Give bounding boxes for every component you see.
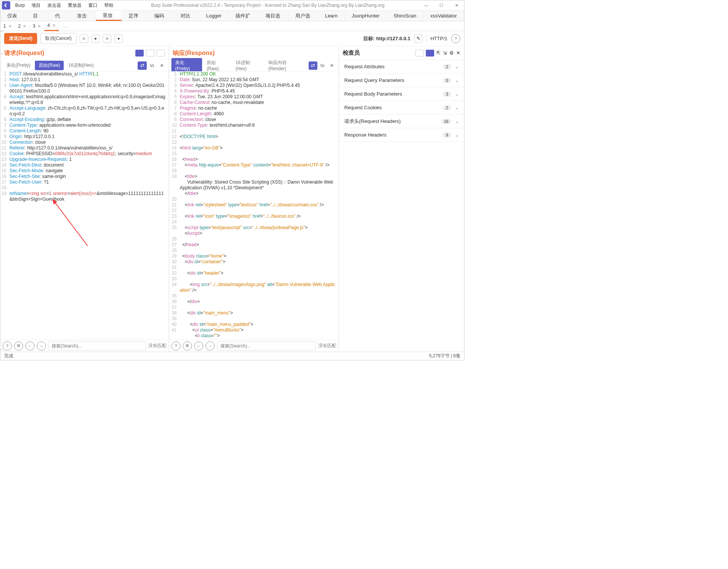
chevron-down-icon: ⌄	[455, 91, 459, 97]
maintab-定序器[interactable]: 定序器	[122, 11, 147, 21]
layout-columns-icon[interactable]	[135, 50, 144, 57]
inspector-section[interactable]: Response Headers9⌄	[339, 128, 464, 142]
menu-help[interactable]: 帮助	[101, 0, 117, 11]
maintab-xssValidator[interactable]: xssValidator	[424, 11, 464, 21]
repeater-tab-2[interactable]: 2✕	[15, 21, 30, 31]
layout-a-icon[interactable]	[415, 50, 424, 57]
close-tab-icon[interactable]: ✕	[38, 21, 41, 31]
repeater-tabs: 1✕2✕3✕4✕…	[0, 21, 464, 31]
prev-menu[interactable]: ▾	[91, 35, 100, 43]
close-tab-icon[interactable]: ✕	[23, 21, 26, 31]
settings-icon[interactable]: ⚙	[449, 50, 454, 56]
maintab-Learn[interactable]: Learn	[318, 11, 345, 21]
request-editor[interactable]: 1POST /dvwa/vulnerabilities/xss_s/ HTTP/…	[0, 71, 169, 340]
maintab-项目选项[interactable]: 项目选项	[259, 11, 289, 21]
minimize-icon[interactable]: —	[419, 0, 434, 11]
status-right: 5,279字节 | 6毫	[429, 353, 461, 359]
settings-icon[interactable]: ⚙	[183, 341, 192, 351]
viewtab[interactable]: 美化(Pretty)	[171, 58, 202, 73]
viewtab[interactable]: 原始(Raw)	[203, 58, 231, 73]
close-tab-icon[interactable]: ✕	[8, 21, 12, 31]
maintab-插件扩展[interactable]: 插件扩展	[229, 11, 259, 21]
repeater-tab-1[interactable]: 1✕	[0, 21, 15, 31]
maximize-icon[interactable]: ☐	[434, 0, 449, 11]
inspector-section[interactable]: Request Cookies2⌄	[339, 101, 464, 115]
send-button[interactable]: 发送(Send)	[4, 33, 37, 44]
collapse-icon[interactable]: ⇲	[443, 50, 447, 56]
tool-icon[interactable]: ≡	[157, 61, 166, 70]
back-icon[interactable]: ←	[25, 341, 35, 351]
response-search-input[interactable]	[217, 341, 316, 351]
titlebar: Burp 项目 攻击器 重放器 窗口 帮助 Burp Suite Profess…	[0, 0, 464, 11]
chevron-down-icon: ⌄	[455, 105, 459, 110]
maintab-代理[interactable]: 代理	[48, 11, 70, 21]
maintab-JsonpHunter[interactable]: JsonpHunter	[345, 11, 387, 21]
more-tabs[interactable]: …	[59, 24, 71, 29]
maintab-ShiroScan[interactable]: ShiroScan	[387, 11, 424, 21]
response-title: 响应(Respons)	[173, 49, 215, 57]
chevron-down-icon: ⌄	[455, 64, 459, 69]
repeater-tab-3[interactable]: 3✕	[30, 21, 44, 31]
viewtab[interactable]: 美化(Pretty)	[3, 61, 34, 70]
layout-b-icon[interactable]	[426, 50, 434, 57]
help-icon[interactable]: ?	[3, 341, 12, 351]
prev-button[interactable]: <	[80, 35, 88, 43]
viewtab[interactable]: 16进制(Hex)	[232, 58, 264, 73]
maintab-重放器[interactable]: 重放器	[96, 11, 122, 21]
inspector-section[interactable]: 请求头(Request Headers)16⌄	[339, 115, 464, 128]
expand-icon[interactable]: ⇱	[436, 50, 441, 56]
response-footer: ? ⚙ ← → 没有匹配	[169, 340, 339, 352]
close-icon[interactable]: ✕	[449, 0, 464, 11]
svg-line-0	[53, 200, 88, 246]
tool-icon[interactable]: \n	[147, 61, 157, 70]
response-editor[interactable]: 1HTTP/1.1 200 OK2Date: Sun, 22 May 2022 …	[169, 71, 339, 340]
repeater-tab-4[interactable]: 4✕	[44, 21, 59, 31]
help-icon[interactable]: ?	[451, 34, 460, 43]
main-tabs: 仪表盘目标代理攻击器重放器定序器编码器对比器Logger插件扩展项目选项用户选项…	[0, 11, 464, 21]
inspector-section[interactable]: Request Body Parameters3⌄	[339, 87, 464, 101]
tool-icon[interactable]: \n	[318, 61, 327, 70]
menu-intruder[interactable]: 攻击器	[44, 0, 64, 11]
forward-icon[interactable]: →	[206, 341, 215, 351]
action-bar: 发送(Send) 取消(Cancel) <▾ >▾ 目标: http://127…	[0, 31, 464, 46]
layout-single-icon[interactable]	[157, 50, 165, 57]
inspector-pane: 检查员 ⇱ ⇲ ⚙ ✕ Request Attributes2⌄Request …	[339, 46, 464, 352]
window-title: Burp Suite Professional v2022.2.4 - Temp…	[117, 3, 419, 8]
edit-target-icon[interactable]: ✎	[414, 35, 422, 43]
help-icon[interactable]: ?	[171, 341, 180, 351]
layout-rows-icon[interactable]	[146, 50, 154, 57]
forward-icon[interactable]: →	[37, 341, 46, 351]
target-label: 目标: http://127.0.0.1	[363, 35, 410, 42]
inspector-section[interactable]: Request Query Parameters0⌄	[339, 74, 464, 87]
next-button[interactable]: >	[103, 35, 111, 43]
maintab-编码器[interactable]: 编码器	[147, 11, 173, 21]
maintab-仪表盘[interactable]: 仪表盘	[0, 11, 26, 21]
inspector-section[interactable]: Request Attributes2⌄	[339, 60, 464, 74]
main-menu: Burp 项目 攻击器 重放器 窗口 帮助	[12, 0, 117, 11]
viewtab[interactable]: 响应内容(Render)	[265, 58, 307, 73]
close-tab-icon[interactable]: ✕	[52, 21, 56, 30]
maintab-Logger[interactable]: Logger	[199, 11, 229, 21]
statusbar: 完成 5,279字节 | 6毫	[0, 352, 464, 360]
tool-icon[interactable]: ≡	[328, 61, 336, 70]
menu-project[interactable]: 项目	[28, 0, 44, 11]
viewtab[interactable]: 16进制(Hex)	[64, 61, 97, 70]
maintab-攻击器[interactable]: 攻击器	[70, 11, 96, 21]
close-icon[interactable]: ✕	[456, 50, 460, 56]
next-menu[interactable]: ▾	[115, 35, 123, 43]
menu-repeater[interactable]: 重放器	[64, 0, 85, 11]
menu-burp[interactable]: Burp	[12, 0, 28, 11]
tool-icon[interactable]: ⇄	[309, 61, 317, 70]
tool-icon[interactable]: ⇄	[138, 61, 147, 70]
maintab-目标[interactable]: 目标	[26, 11, 48, 21]
http-version[interactable]: HTTP/1	[430, 36, 447, 41]
settings-icon[interactable]: ⚙	[14, 341, 23, 351]
maintab-对比器[interactable]: 对比器	[174, 11, 199, 21]
back-icon[interactable]: ←	[194, 341, 203, 351]
viewtab[interactable]: 原始(Raw)	[35, 61, 64, 70]
cancel-button[interactable]: 取消(Cancel)	[40, 33, 76, 44]
app-logo	[2, 1, 10, 9]
maintab-用户选项[interactable]: 用户选项	[289, 11, 318, 21]
menu-window[interactable]: 窗口	[85, 0, 101, 11]
request-search-input[interactable]	[48, 341, 146, 351]
